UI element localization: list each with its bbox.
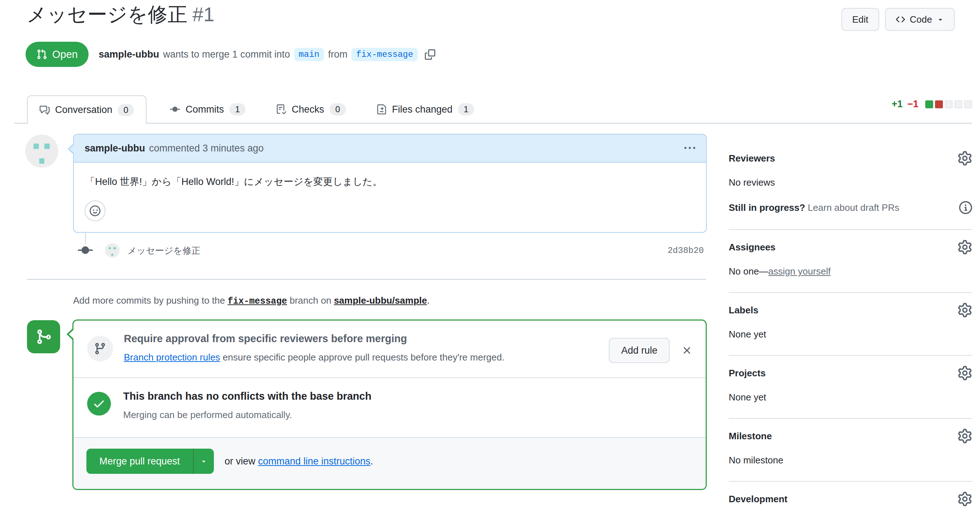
tab-count: 0 bbox=[118, 104, 134, 116]
pr-tab-bar: Conversation 0 Commits 1 Checks 0 Files … bbox=[14, 95, 972, 124]
diffstat-deletions: −1 bbox=[907, 98, 918, 110]
sidebar-section-development: Development bbox=[729, 482, 972, 508]
merge-summary: sample-ubbu wants to merge 1 commit into… bbox=[99, 48, 435, 61]
tab-count: 1 bbox=[458, 103, 474, 116]
kebab-horizontal-icon[interactable] bbox=[684, 143, 695, 154]
sidebar-section-reviewers: Reviewers No reviews Still in progress? … bbox=[729, 141, 972, 230]
tab-label: Files changed bbox=[392, 104, 453, 115]
close-icon[interactable] bbox=[681, 344, 693, 356]
triangle-down-icon bbox=[200, 458, 207, 465]
comment-header: sample-ubbu commented 3 minutes ago bbox=[74, 135, 706, 163]
gear-icon[interactable] bbox=[958, 492, 972, 506]
file-diff-icon bbox=[377, 104, 387, 114]
milestone-title[interactable]: Milestone bbox=[729, 431, 772, 442]
comment-discussion-icon bbox=[40, 105, 50, 115]
avatar[interactable] bbox=[25, 135, 58, 168]
gear-icon[interactable] bbox=[958, 303, 972, 318]
draft-pr-row: Still in progress? Learn about draft PRs bbox=[729, 201, 972, 214]
info-icon[interactable] bbox=[959, 201, 972, 214]
merge-options-dropdown[interactable] bbox=[193, 449, 214, 474]
assignees-title[interactable]: Assignees bbox=[729, 242, 775, 253]
merge-section: Require approval from specific reviewers… bbox=[22, 319, 707, 490]
commit-avatar[interactable] bbox=[105, 243, 119, 257]
tab-checks[interactable]: Checks 0 bbox=[269, 96, 353, 123]
reviewers-title[interactable]: Reviewers bbox=[729, 153, 775, 164]
projects-title[interactable]: Projects bbox=[729, 368, 766, 379]
code-icon bbox=[896, 15, 905, 24]
status-badge: Open bbox=[25, 42, 89, 67]
push-note: Add more commits by pushing to the fix-m… bbox=[73, 295, 707, 306]
diffstat-square-neutral bbox=[964, 100, 972, 108]
code-button[interactable]: Code bbox=[885, 8, 955, 31]
code-button-label: Code bbox=[910, 14, 932, 25]
copy-icon[interactable] bbox=[425, 49, 435, 60]
comment-body: 「Hello 世界!」から「Hello World!」にメッセージを変更しました… bbox=[74, 163, 706, 189]
commit-row: メッセージを修正 2d38b20 bbox=[22, 237, 707, 264]
projects-empty-state: None yet bbox=[729, 392, 972, 403]
discussion-timeline: sample-ubbu commented 3 minutes ago 「Hel… bbox=[22, 134, 707, 490]
gear-icon[interactable] bbox=[958, 240, 972, 254]
sidebar-section-projects: Projects None yet bbox=[729, 356, 972, 419]
diffstat: +1 −1 bbox=[891, 98, 972, 110]
tab-label: Conversation bbox=[55, 104, 112, 116]
diffstat-square-neutral bbox=[945, 100, 953, 108]
base-branch-label[interactable]: main bbox=[294, 48, 325, 61]
pr-sidebar: Reviewers No reviews Still in progress? … bbox=[729, 141, 972, 508]
gear-icon[interactable] bbox=[958, 429, 972, 443]
branch-protection-rules-link[interactable]: Branch protection rules bbox=[124, 352, 220, 363]
merge-split-button: Merge pull request bbox=[86, 449, 214, 474]
pr-title-text: メッセージを修正 bbox=[27, 3, 187, 25]
push-note-repo-link[interactable]: sample-ubbu/sample bbox=[334, 295, 427, 306]
mergeability-text: This branch has no conflicts with the ba… bbox=[123, 391, 372, 421]
commit-message-link[interactable]: メッセージを修正 bbox=[127, 244, 200, 257]
merge-pull-request-button[interactable]: Merge pull request bbox=[86, 449, 193, 474]
tab-files-changed[interactable]: Files changed 1 bbox=[369, 96, 481, 123]
chevron-down-icon bbox=[937, 16, 944, 23]
gear-icon[interactable] bbox=[958, 366, 972, 380]
assignees-empty-state: No one—assign yourself bbox=[729, 266, 972, 277]
commit-sha-link[interactable]: 2d38b20 bbox=[668, 246, 704, 256]
git-commit-icon bbox=[170, 104, 180, 114]
comment-meta: commented 3 minutes ago bbox=[149, 143, 264, 154]
git-pull-request-icon bbox=[37, 49, 47, 60]
head-branch-label[interactable]: fix-message bbox=[352, 48, 418, 61]
merge-actions-footer: Merge pull request or view command line … bbox=[73, 437, 706, 489]
mergeability-subtitle: Merging can be performed automatically. bbox=[123, 410, 372, 421]
mergeability-status: This branch has no conflicts with the ba… bbox=[73, 378, 706, 437]
comment-author[interactable]: sample-ubbu bbox=[84, 143, 145, 154]
branch-protection-banner: Require approval from specific reviewers… bbox=[73, 321, 706, 378]
cli-instructions-text: or view command line instructions. bbox=[225, 456, 373, 467]
author-link[interactable]: sample-ubbu bbox=[99, 49, 159, 60]
milestone-empty-state: No milestone bbox=[729, 455, 972, 466]
push-note-branch-link[interactable]: fix-message bbox=[228, 296, 287, 306]
add-reaction-button[interactable] bbox=[84, 200, 105, 221]
edit-button[interactable]: Edit bbox=[842, 8, 879, 31]
gear-icon[interactable] bbox=[958, 151, 972, 165]
sidebar-section-milestone: Milestone No milestone bbox=[729, 419, 972, 482]
labels-title[interactable]: Labels bbox=[729, 305, 758, 316]
tab-label: Commits bbox=[185, 104, 224, 115]
pull-request-page: メッセージを修正#1 Edit Code Open sample-ubbu wa… bbox=[0, 0, 980, 508]
diffstat-square-added bbox=[925, 100, 933, 108]
reviewers-empty-state: No reviews bbox=[729, 177, 972, 188]
merge-box: Require approval from specific reviewers… bbox=[72, 319, 707, 490]
git-branch-icon bbox=[87, 336, 113, 362]
branch-protection-title: Require approval from specific reviewers… bbox=[124, 333, 598, 344]
command-line-instructions-link[interactable]: command line instructions bbox=[258, 456, 371, 467]
page-title: メッセージを修正#1 bbox=[27, 2, 215, 28]
timeline-divider bbox=[27, 279, 706, 280]
check-icon bbox=[87, 392, 111, 416]
smiley-icon bbox=[90, 205, 100, 216]
tab-commits[interactable]: Commits 1 bbox=[163, 96, 253, 123]
tab-count: 1 bbox=[229, 103, 245, 116]
learn-about-draft-prs-link[interactable]: Learn about draft PRs bbox=[808, 202, 899, 213]
git-commit-icon bbox=[78, 243, 93, 258]
comment-thread: sample-ubbu commented 3 minutes ago 「Hel… bbox=[22, 134, 707, 233]
tab-conversation[interactable]: Conversation 0 bbox=[27, 95, 146, 124]
assign-yourself-link[interactable]: assign yourself bbox=[768, 266, 830, 277]
branch-protection-text: Require approval from specific reviewers… bbox=[124, 333, 598, 363]
add-rule-button[interactable]: Add rule bbox=[609, 338, 670, 363]
branch-protection-actions: Add rule bbox=[609, 338, 693, 363]
branch-protection-description: Branch protection rules ensure specific … bbox=[124, 352, 598, 363]
development-title[interactable]: Development bbox=[729, 494, 788, 505]
